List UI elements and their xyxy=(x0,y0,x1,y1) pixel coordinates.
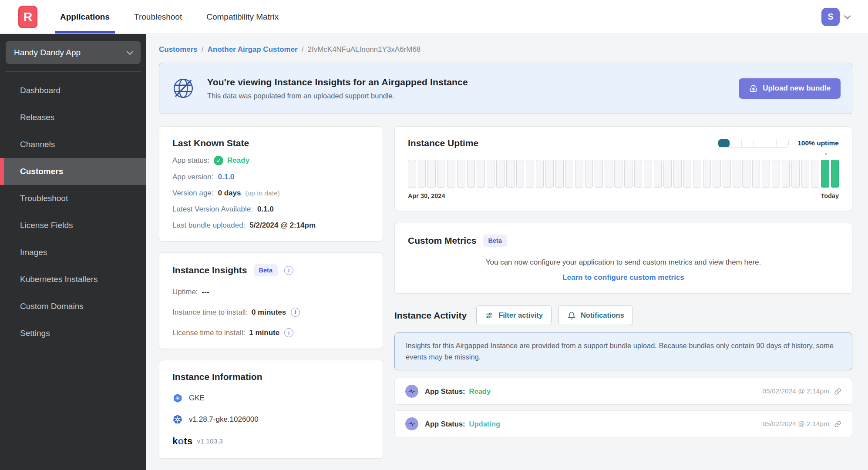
chart-marker xyxy=(825,153,827,155)
uptime-bar xyxy=(772,160,780,188)
card-title: Instance Information xyxy=(172,372,370,382)
notifications-button[interactable]: Notifications xyxy=(558,306,633,325)
insight-row: License time to install: 1 minute i xyxy=(172,328,370,337)
breadcrumb-part: Customers / xyxy=(159,45,208,54)
breadcrumb-part: 2fvMcK4NFuALfnonn1Y3xA6rM68 xyxy=(307,45,421,54)
uptime-bar xyxy=(673,160,682,188)
event-label: App Status: xyxy=(425,420,465,428)
sidebar-item[interactable]: Kubernetes Installers xyxy=(0,266,146,293)
card-title: Last Known State xyxy=(172,138,370,148)
sidebar-item[interactable]: Releases xyxy=(0,104,146,131)
app-selector[interactable]: Handy Dandy App xyxy=(6,41,141,64)
filter-button-label: Filter activity xyxy=(498,311,543,319)
sidebar-item[interactable]: License Fields xyxy=(0,212,146,239)
uptime-bar xyxy=(437,160,446,188)
replicated-logo[interactable]: R xyxy=(18,6,37,28)
instance-uptime-card: Instance Uptime 100% uptime Apr 30, 2024… xyxy=(394,126,852,211)
uptime-range-button[interactable] xyxy=(730,139,741,147)
instance-info-row: kots v1.103.3 xyxy=(172,436,370,447)
sidebar-item-label: Kubernetes Installers xyxy=(20,275,98,284)
breadcrumb-label[interactable]: 2fvMcK4NFuALfnonn1Y3xA6rM68 xyxy=(307,45,421,54)
top-nav-right: S xyxy=(748,8,850,26)
link-icon[interactable] xyxy=(834,388,841,395)
sidebar-item[interactable]: Images xyxy=(0,239,146,266)
sidebar-item[interactable]: Custom Domains xyxy=(0,293,146,320)
breadcrumb: Customers / Another Airgap Customer / 2f… xyxy=(159,45,852,54)
uptime-bar xyxy=(693,160,701,188)
state-row: Latest Version Available: ✓ 0.1.0 xyxy=(172,205,370,214)
link-icon[interactable] xyxy=(834,420,841,428)
sidebar-item[interactable]: Settings xyxy=(0,320,146,347)
chart-start-label: Apr 30, 2024 xyxy=(408,192,445,199)
uptime-bar xyxy=(614,160,622,188)
content-columns: Last Known State App status: ✓ Ready App… xyxy=(159,126,852,459)
info-icon[interactable]: i xyxy=(284,266,293,275)
breadcrumb-part: Another Airgap Customer / xyxy=(208,45,308,54)
uptime-bar xyxy=(634,160,643,188)
uptime-range-button[interactable] xyxy=(753,139,765,147)
breadcrumb-label[interactable]: Another Airgap Customer xyxy=(208,45,298,54)
sidebar-item[interactable]: Troubleshoot xyxy=(0,185,146,212)
uptime-bar xyxy=(624,160,632,188)
uptime-bar xyxy=(831,160,839,188)
uptime-bar xyxy=(683,160,692,188)
last-known-state-card: Last Known State App status: ✓ Ready App… xyxy=(159,126,383,242)
filter-activity-button[interactable]: Filter activity xyxy=(476,306,552,325)
sidebar-item-label: Customers xyxy=(20,167,63,176)
breadcrumb-separator: / xyxy=(202,45,204,54)
info-icon[interactable]: i xyxy=(291,308,300,317)
uptime-bar xyxy=(654,160,662,188)
main-content: Customers / Another Airgap Customer / 2f… xyxy=(146,34,868,470)
state-row: Version age: ✓ 0 days (up to date) xyxy=(172,189,370,198)
event-meta: 05/02/2024 @ 2:14pm xyxy=(762,420,841,428)
instance-info-value: GKE xyxy=(189,394,205,403)
pulse-icon xyxy=(405,417,418,430)
top-nav-tab[interactable]: Applications xyxy=(60,0,110,34)
card-title-row: Custom Metrics Beta xyxy=(408,235,839,247)
account-menu[interactable]: S xyxy=(821,8,850,26)
app-selector-label: Handy Dandy App xyxy=(14,48,81,57)
chevron-down-icon xyxy=(844,12,851,19)
state-row-value: 5/2/2024 @ 2:14pm xyxy=(249,221,316,230)
airgap-banner: You're viewing Instance Insights for an … xyxy=(159,63,852,114)
uptime-bar xyxy=(821,160,829,188)
state-row-value: 0.1.0 xyxy=(257,205,274,214)
insight-row: Uptime: --- i xyxy=(172,288,370,296)
uptime-range-button[interactable] xyxy=(718,139,730,147)
uptime-range-button[interactable] xyxy=(765,139,777,147)
uptime-bar xyxy=(555,160,564,188)
configure-metrics-link[interactable]: Learn to configure custom metrics xyxy=(408,273,839,282)
state-row-label: Version age: xyxy=(172,189,214,198)
bell-icon xyxy=(567,311,576,320)
avatar[interactable]: S xyxy=(821,8,840,26)
sidebar-item[interactable]: Customers xyxy=(0,158,146,185)
insight-row-label: License time to install: xyxy=(172,329,245,337)
info-icon[interactable]: i xyxy=(284,328,293,337)
notifications-button-label: Notifications xyxy=(581,311,624,319)
uptime-range-button[interactable] xyxy=(741,139,753,147)
page: R ApplicationsTroubleshootCompatibility … xyxy=(0,0,868,470)
top-nav-tab[interactable]: Troubleshoot xyxy=(134,0,182,34)
banner-title: You're viewing Instance Insights for an … xyxy=(207,77,468,87)
event-timestamp: 05/02/2024 @ 2:14pm xyxy=(762,387,829,395)
insight-row: Instance time to install: 0 minutes i xyxy=(172,308,370,317)
upload-new-bundle-button[interactable]: Upload new bundle xyxy=(739,78,841,99)
uptime-bar xyxy=(427,160,436,188)
sidebar-item[interactable]: Dashboard xyxy=(0,77,146,104)
uptime-range-button[interactable] xyxy=(777,139,788,147)
state-row-suffix: (up to date) xyxy=(245,189,279,197)
sidebar-item-label: Settings xyxy=(20,329,50,338)
app-body: Handy Dandy App DashboardReleasesChannel… xyxy=(0,34,868,470)
insight-row-value: 1 minute xyxy=(249,329,279,337)
chevron-down-icon xyxy=(127,48,134,55)
sidebar-item[interactable]: Channels xyxy=(0,131,146,158)
breadcrumb-label[interactable]: Customers xyxy=(159,45,198,54)
state-row-label: App version: xyxy=(172,173,214,181)
event-status-value: Updating xyxy=(469,420,501,428)
activity-event-row: App Status: Updating 05/02/2024 @ 2:14pm xyxy=(394,410,852,437)
activity-header: Instance Activity Filter activity xyxy=(394,306,852,325)
top-nav-tab[interactable]: Compatibility Matrix xyxy=(206,0,279,34)
avatar-initial: S xyxy=(828,12,833,22)
uptime-bar xyxy=(782,160,790,188)
card-title-row: Instance Insights Beta i xyxy=(172,264,370,276)
